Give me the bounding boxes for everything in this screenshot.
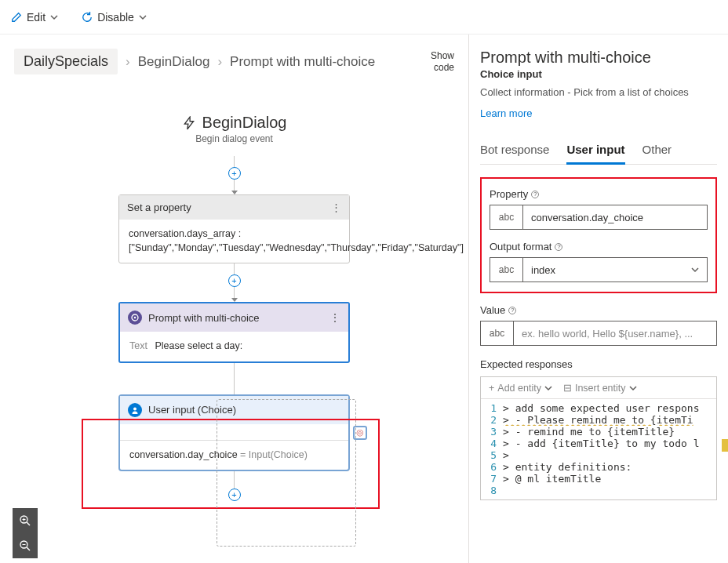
- zoom-out-button[interactable]: [13, 533, 38, 558]
- node-body: conversation.days_array : ["Sunday","Mon…: [119, 220, 349, 263]
- learn-more-link[interactable]: Learn more: [480, 107, 532, 119]
- value-label: Value ?: [480, 304, 717, 316]
- add-entity-button[interactable]: + Add entity: [489, 382, 552, 394]
- abc-prefix: abc: [481, 321, 514, 345]
- insert-icon: ⊟: [563, 382, 572, 394]
- tab-bot-response[interactable]: Bot response: [480, 143, 549, 164]
- chevron-down-icon: [139, 13, 147, 21]
- trigger-subtitle: Begin dialog event: [0, 133, 468, 144]
- user-icon: [128, 403, 142, 417]
- edit-label: Edit: [27, 11, 46, 24]
- property-value: conversation.day_choice: [523, 205, 707, 229]
- value-input[interactable]: abc ex. hello world, Hello ${user.name},…: [480, 321, 717, 346]
- expected-responses-editor[interactable]: + Add entity ⊟ Insert entity 1> add some…: [480, 376, 717, 500]
- canvas[interactable]: DailySpecials › BeginDialog › Prompt wit…: [0, 35, 469, 563]
- expected-responses-label: Expected responses: [480, 358, 717, 370]
- chevron-right-icon: ›: [126, 54, 130, 70]
- trigger-title: BeginDialog: [0, 114, 468, 132]
- warning-marker: [722, 439, 728, 452]
- breadcrumb-mid[interactable]: BeginDialog: [138, 54, 210, 70]
- show-code-toggle[interactable]: Show code: [431, 50, 454, 73]
- node-title: Set a property: [127, 202, 191, 213]
- panel-description: Collect information - Pick from a list o…: [480, 86, 717, 98]
- svg-line-8: [27, 547, 30, 550]
- add-node-button[interactable]: +: [228, 274, 241, 287]
- chevron-down-icon: [691, 266, 699, 274]
- annotation-highlight: Property ? abc conversation.day_choice O…: [480, 177, 717, 293]
- output-format-select[interactable]: abc index: [490, 257, 708, 282]
- lightning-icon: [182, 116, 196, 130]
- breadcrumb: DailySpecials › BeginDialog › Prompt wit…: [14, 49, 375, 74]
- chevron-down-icon: [544, 384, 552, 392]
- help-icon[interactable]: ?: [508, 307, 516, 314]
- refresh-icon: [82, 12, 93, 23]
- insert-entity-button[interactable]: ⊟ Insert entity: [563, 382, 637, 394]
- breadcrumb-leaf[interactable]: Prompt with multi-choice: [230, 54, 375, 70]
- svg-point-1: [134, 317, 136, 318]
- breadcrumb-root[interactable]: DailySpecials: [14, 49, 118, 74]
- chevron-right-icon: ›: [217, 54, 222, 70]
- node-title: Prompt with multi-choice: [148, 312, 260, 324]
- prompt-prefix: Text: [129, 340, 147, 351]
- add-node-button[interactable]: +: [228, 167, 241, 180]
- question-icon: [128, 311, 142, 325]
- tab-user-input[interactable]: User input: [566, 143, 624, 165]
- disable-label: Disable: [97, 11, 134, 24]
- chevron-down-icon: [629, 384, 637, 392]
- panel-subtitle: Choice input: [480, 68, 717, 80]
- dashed-scope-box: [217, 399, 356, 547]
- tabs: Bot response User input Other: [480, 143, 717, 165]
- prompt-text: Please select a day:: [155, 340, 242, 351]
- code-area[interactable]: 1> add some expected user respons 2> - P…: [481, 399, 716, 499]
- abc-prefix: abc: [490, 205, 523, 229]
- value-placeholder: ex. hello world, Hello ${user.name}, ...: [514, 321, 716, 345]
- disable-button[interactable]: Disable: [82, 11, 147, 24]
- svg-line-4: [27, 522, 30, 525]
- plus-icon: +: [489, 383, 494, 394]
- help-icon[interactable]: ?: [531, 191, 539, 198]
- set-property-node[interactable]: Set a property ⋮ conversation.days_array…: [118, 194, 350, 263]
- abc-prefix: abc: [490, 258, 523, 282]
- properties-panel: Prompt with multi-choice Choice input Co…: [469, 35, 728, 563]
- property-label: Property ?: [490, 188, 708, 200]
- chevron-down-icon: [50, 13, 58, 21]
- prompt-node[interactable]: Prompt with multi-choice ⋮ Text Please s…: [118, 302, 350, 363]
- panel-title: Prompt with multi-choice: [480, 49, 717, 67]
- pencil-icon: [11, 12, 22, 23]
- tab-other[interactable]: Other: [642, 143, 672, 164]
- zoom-in-button[interactable]: [13, 508, 38, 533]
- more-icon[interactable]: ⋮: [331, 202, 341, 213]
- edit-button[interactable]: Edit: [11, 11, 58, 24]
- help-icon[interactable]: ?: [555, 243, 562, 251]
- output-format-value: index: [531, 264, 555, 276]
- output-format-label: Output format ?: [490, 241, 708, 252]
- property-input[interactable]: abc conversation.day_choice: [490, 205, 708, 230]
- more-icon[interactable]: ⋮: [329, 311, 340, 324]
- svg-point-2: [133, 407, 136, 410]
